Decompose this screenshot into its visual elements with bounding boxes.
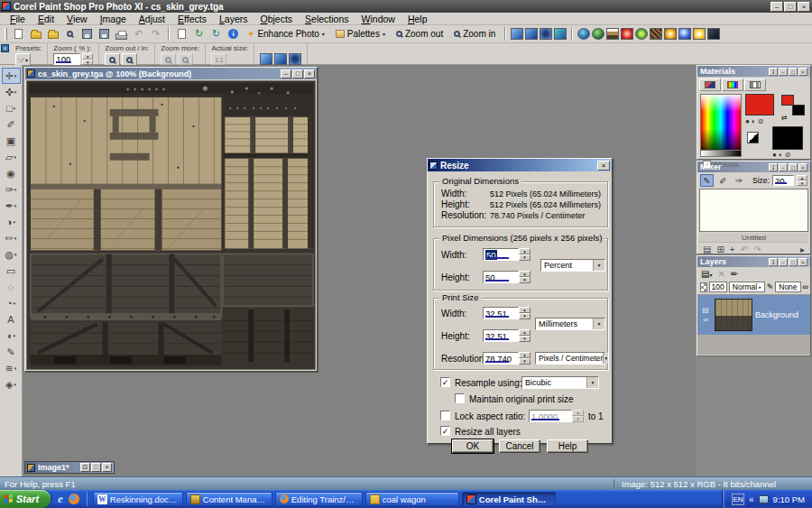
mixer-canvas[interactable] xyxy=(699,189,808,232)
rotate-left-icon[interactable]: ↻ xyxy=(191,27,207,42)
selection-tool[interactable]: □▾ xyxy=(2,100,21,116)
tray-network-icon[interactable] xyxy=(759,495,769,503)
swap-colors-icon[interactable]: ⇄ xyxy=(781,114,788,122)
pin-icon[interactable]: ↧ xyxy=(769,68,778,76)
lock-dropdown[interactable]: None xyxy=(775,282,800,292)
restore-button[interactable]: ⊡ xyxy=(80,463,90,472)
maximize-icon[interactable]: □ xyxy=(789,68,798,76)
load-mixer-page-icon[interactable]: ⊞ xyxy=(716,245,724,254)
browse-icon[interactable] xyxy=(45,27,60,42)
edit-selection-icon[interactable]: ✏ xyxy=(731,269,738,279)
layers-titlebar[interactable]: Layers ↧ – □ × xyxy=(697,256,810,267)
capture-icon[interactable] xyxy=(174,27,189,42)
full-screen-icon[interactable] xyxy=(554,28,567,40)
pin-icon[interactable]: ↧ xyxy=(769,163,778,171)
actual-size-icon[interactable]: 1:1 xyxy=(211,53,226,66)
red-eye-tool[interactable]: ◉ xyxy=(2,165,21,181)
resize-dialog-titlebar[interactable]: Resize × xyxy=(428,159,612,171)
menu-window[interactable]: Window xyxy=(355,14,401,24)
image-canvas[interactable] xyxy=(26,80,316,370)
print-height-spinner[interactable]: ▴▾ xyxy=(519,329,531,342)
menu-effects[interactable]: Effects xyxy=(171,14,213,24)
resample-checkbox[interactable]: ✓ xyxy=(440,377,450,387)
sunburst-effect-icon[interactable] xyxy=(664,28,677,40)
pen-tool[interactable]: ✎ xyxy=(2,344,21,360)
red-flower-effect-icon[interactable] xyxy=(621,28,633,40)
move-tool[interactable]: ✜▾ xyxy=(2,84,21,100)
gradient-style-icon[interactable]: ◐ xyxy=(779,151,783,159)
copy-merged-icon[interactable] xyxy=(274,53,287,65)
menu-image[interactable]: Image xyxy=(94,14,133,24)
crop-tool[interactable]: ▣ xyxy=(2,133,21,149)
mixer-brush-icon[interactable]: ✎ xyxy=(700,174,714,187)
color-style-icon[interactable]: ● xyxy=(745,117,750,125)
preset-shape-tool[interactable]: ◖▾ xyxy=(2,328,21,344)
menu-help[interactable]: Help xyxy=(401,14,434,24)
rainbow-tab[interactable] xyxy=(722,79,743,91)
pixel-unit-dropdown[interactable]: Percent▼ xyxy=(540,259,605,272)
pixel-height-spinner[interactable]: ▴▾ xyxy=(519,271,531,283)
zoom-out-button[interactable]: Zoom out xyxy=(392,26,448,42)
print-icon[interactable] xyxy=(114,27,129,42)
task-coal-wagon[interactable]: coal wagon xyxy=(365,492,459,506)
save-icon[interactable] xyxy=(79,27,95,42)
dark-photo-effect-icon[interactable] xyxy=(707,28,720,40)
rotate-right-icon[interactable]: ↻ xyxy=(208,27,224,42)
maximize-icon[interactable]: □ xyxy=(789,258,798,266)
mesh-warp-tool[interactable]: ◈▾ xyxy=(2,376,21,393)
image-minimize-button[interactable]: – xyxy=(281,69,291,79)
zoom-percent-input[interactable]: 100 xyxy=(53,53,80,65)
zoom-more-in-icon[interactable] xyxy=(178,53,193,66)
close-button[interactable]: × xyxy=(798,2,810,12)
pixel-height-input[interactable]: 50 xyxy=(483,271,519,283)
print-height-input[interactable]: 32.51 xyxy=(483,329,519,342)
clone-tool[interactable]: ✒▾ xyxy=(2,198,21,214)
save-as-icon[interactable] xyxy=(97,27,112,42)
mixer-knife-icon[interactable]: ✐ xyxy=(716,174,730,187)
close-palette-icon[interactable]: × xyxy=(1,44,9,52)
new-mixer-page-icon[interactable]: ▤ xyxy=(703,245,711,254)
pixel-width-spinner[interactable]: ▴▾ xyxy=(519,248,531,261)
task-reskinning-doc[interactable]: W Reskinning.doc - Microso... xyxy=(93,492,183,506)
foreground-color-swatch[interactable] xyxy=(745,94,774,115)
dual-view-icon[interactable] xyxy=(511,28,523,40)
aspect-ratio-input[interactable]: 1.0000 xyxy=(529,410,572,422)
zoom-out-icon[interactable] xyxy=(105,53,120,66)
enhance-photo-button[interactable]: ✦ Enhance Photo ▾ xyxy=(243,26,329,42)
pixel-width-input[interactable]: 50 xyxy=(483,248,519,261)
dodge-tool[interactable]: ◑▾ xyxy=(2,214,21,230)
pin-icon[interactable]: ↧ xyxy=(769,258,778,266)
new-window-icon[interactable] xyxy=(525,28,538,40)
menu-file[interactable]: File xyxy=(4,14,32,24)
more-options-icon[interactable]: ▸ xyxy=(800,245,805,254)
warp-brush-tool[interactable]: ≋▾ xyxy=(2,360,21,376)
print-unit-dropdown[interactable]: Millimeters▼ xyxy=(535,318,605,330)
pick-tool[interactable]: ▱▾ xyxy=(2,149,21,165)
green-swirl-effect-icon[interactable] xyxy=(635,28,648,40)
task-editing-trainz[interactable]: Editing Trainz/Software ... xyxy=(275,492,363,506)
redo-icon[interactable]: ↷ xyxy=(148,27,163,42)
black-white-icon[interactable] xyxy=(747,132,759,143)
mixer-dropper-icon[interactable]: ✑ xyxy=(733,174,746,187)
makeover-tool[interactable]: ✑▾ xyxy=(2,181,21,198)
undo-icon[interactable]: ↶ xyxy=(131,27,146,42)
language-indicator[interactable]: EN xyxy=(732,494,744,505)
text-tool[interactable]: A xyxy=(2,311,21,328)
delete-layer-icon[interactable]: ✕ xyxy=(717,269,724,279)
null-style-icon[interactable]: ⊘ xyxy=(758,117,764,125)
layer-row-background[interactable]: ▤ ∞ Background xyxy=(697,295,810,335)
task-content-manager[interactable]: Content Manager Plus xyxy=(186,492,272,506)
pan-tool[interactable]: ✛▾ xyxy=(2,68,21,84)
toolbar-grip[interactable] xyxy=(5,28,7,41)
zoom-in-button[interactable]: Zoom in xyxy=(449,26,500,42)
maximize-button[interactable]: □ xyxy=(784,2,797,12)
texture-effect-icon[interactable] xyxy=(650,28,662,40)
open-file-icon[interactable] xyxy=(28,27,43,42)
menu-objects[interactable]: Objects xyxy=(254,14,299,24)
layer-visibility-icon[interactable]: ∞ xyxy=(703,316,708,324)
null-style-icon[interactable]: ⊘ xyxy=(785,151,791,159)
image-window-titlebar[interactable]: cs_skin_grey.tga @ 100% (Background) – □… xyxy=(25,68,317,79)
zoom-in-icon[interactable] xyxy=(122,53,137,66)
monitor-icon[interactable] xyxy=(289,53,301,65)
background-eraser-tool[interactable]: ◌ xyxy=(2,279,21,295)
